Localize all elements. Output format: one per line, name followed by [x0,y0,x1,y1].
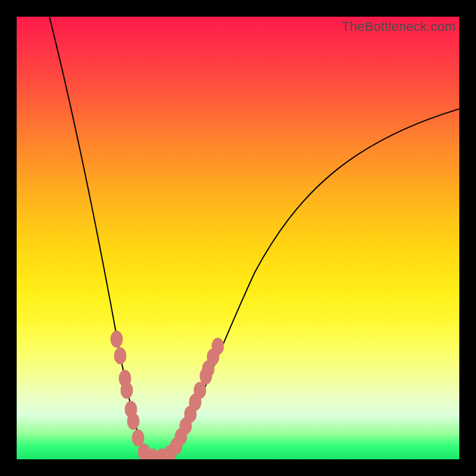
curve-marker [212,338,224,355]
curve-marker [114,347,126,364]
curve-marker [132,430,144,446]
curve-marker [111,331,123,347]
watermark-text: TheBottleneck.com [342,19,456,35]
curve-left-branch [49,17,157,459]
curve-marker [194,382,206,399]
curve-markers [111,331,224,459]
chart-frame: TheBottleneck.com [0,0,476,476]
curve-right-branch [157,109,459,459]
plot-area: TheBottleneck.com [17,17,459,459]
curve-marker [121,382,133,399]
curve-marker [127,413,139,430]
bottleneck-curve [49,17,459,459]
chart-svg [17,17,459,459]
